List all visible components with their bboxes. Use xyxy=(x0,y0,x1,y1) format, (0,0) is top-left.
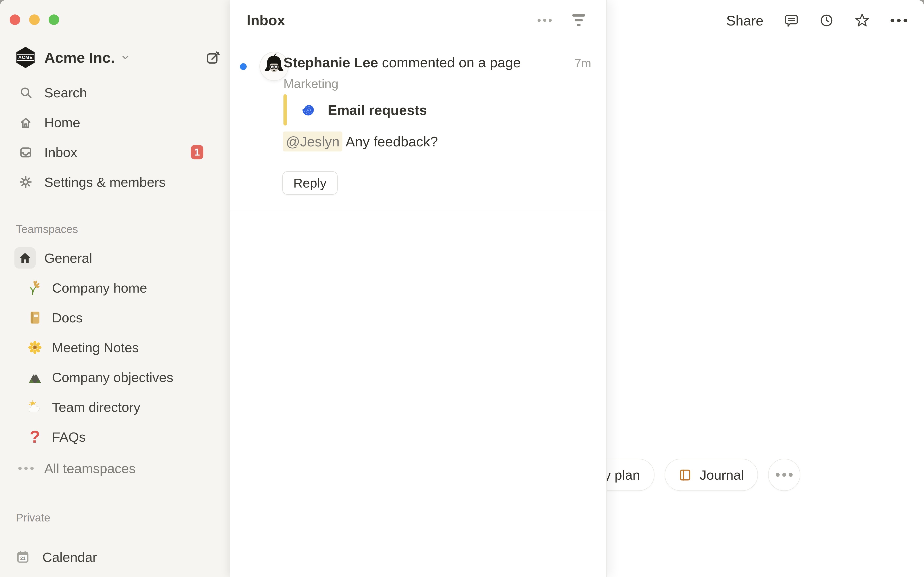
red-question-mark-icon: ? xyxy=(27,429,43,445)
inbox-unread-badge: 1 xyxy=(191,145,204,160)
sidebar-item-home[interactable]: Home xyxy=(0,108,230,137)
share-button[interactable]: Share xyxy=(726,13,764,29)
chevron-down-icon xyxy=(120,52,131,63)
close-window-button[interactable] xyxy=(10,15,20,25)
sidebar-item-label: Calendar xyxy=(42,550,97,565)
sidebar: ACME Acme Inc. Search Home xyxy=(0,0,230,577)
quoted-page[interactable]: Email requests xyxy=(283,94,427,126)
journal-pill-label: Journal xyxy=(700,467,744,483)
sidebar-item-label: Team directory xyxy=(52,399,140,415)
calendar-icon: 21 xyxy=(16,549,30,565)
teamspaces-list: General Company home Docs Meeting Notes xyxy=(0,243,230,452)
sidebar-item-label: Company objectives xyxy=(52,369,173,385)
inbox-title: Inbox xyxy=(247,12,285,29)
sidebar-item-company-home[interactable]: Company home xyxy=(0,273,230,303)
more-templates-button[interactable] xyxy=(768,459,800,491)
notification-separator xyxy=(230,211,606,211)
notification-action: commented on a page xyxy=(378,54,521,71)
sidebar-item-faqs[interactable]: ? FAQs xyxy=(0,422,230,452)
inbox-popover: Inbox Stephanie Lee commented on a page … xyxy=(230,0,607,577)
home-icon xyxy=(19,115,33,129)
sidebar-item-label: All teamspaces xyxy=(44,461,136,476)
ellipsis-icon xyxy=(18,467,34,470)
favorite-star-icon[interactable] xyxy=(855,13,870,28)
sidebar-item-label: Meeting Notes xyxy=(52,340,139,355)
workspace-switcher[interactable]: ACME Acme Inc. xyxy=(15,46,220,69)
sidebar-item-label: Home xyxy=(44,115,80,130)
search-icon xyxy=(19,85,33,100)
workspace-logo: ACME xyxy=(15,47,36,69)
sidebar-nav: Search Home Inbox 1 Settings & members xyxy=(0,77,230,197)
history-clock-icon[interactable] xyxy=(819,13,834,27)
app-window: ACME Acme Inc. Search Home xyxy=(0,0,924,577)
window-controls xyxy=(10,15,59,25)
notification-context: Marketing xyxy=(283,76,338,91)
sidebar-item-label: General xyxy=(44,250,92,266)
mountain-icon xyxy=(27,369,43,385)
sidebar-item-all-teamspaces[interactable]: All teamspaces xyxy=(0,453,230,483)
inbox-icon xyxy=(19,145,33,159)
inbox-more-icon[interactable] xyxy=(538,19,552,22)
sidebar-item-label: FAQs xyxy=(52,429,86,445)
blossom-icon xyxy=(27,340,43,355)
house-icon xyxy=(15,247,36,269)
workspace-name: Acme Inc. xyxy=(44,49,115,66)
sidebar-item-settings[interactable]: Settings & members xyxy=(0,167,230,197)
notification-time: 7m xyxy=(575,56,591,70)
sidebar-item-label: Inbox xyxy=(44,145,77,160)
quoted-page-title: Email requests xyxy=(328,102,427,118)
sidebar-item-docs[interactable]: Docs xyxy=(0,303,230,332)
quote-bar xyxy=(283,94,287,126)
sidebar-item-label: Settings & members xyxy=(44,174,166,190)
comment-text: @Jeslyn Any feedback? xyxy=(283,130,438,152)
bottom-quick-buttons: y plan Journal xyxy=(577,459,800,491)
private-section-label: Private xyxy=(16,508,50,527)
zoom-window-button[interactable] xyxy=(48,15,59,25)
sidebar-item-meeting-notes[interactable]: Meeting Notes xyxy=(0,332,230,362)
sidebar-item-company-objectives[interactable]: Company objectives xyxy=(0,362,230,392)
notebook-icon xyxy=(27,309,43,326)
cyclone-spiral-icon xyxy=(301,102,317,118)
sheaf-of-rice-icon xyxy=(27,280,43,296)
inbox-header: Inbox xyxy=(247,9,585,32)
comments-icon[interactable] xyxy=(784,13,799,27)
journal-pill-button[interactable]: Journal xyxy=(665,459,758,491)
sun-behind-cloud-icon xyxy=(27,399,43,415)
sidebar-item-general[interactable]: General xyxy=(0,243,230,273)
sidebar-item-label: Docs xyxy=(52,310,83,326)
reply-button[interactable]: Reply xyxy=(282,171,338,195)
teamspaces-section-label: Teamspaces xyxy=(16,220,78,238)
sidebar-item-inbox[interactable]: Inbox 1 xyxy=(0,137,230,167)
more-options-icon[interactable] xyxy=(890,19,907,23)
inbox-filter-icon[interactable] xyxy=(572,14,585,26)
plan-pill-label: y plan xyxy=(604,467,640,483)
notification-actor: Stephanie Lee xyxy=(283,54,378,71)
svg-text:21: 21 xyxy=(20,556,26,561)
sidebar-item-label: Search xyxy=(44,85,87,100)
comment-body: Any feedback? xyxy=(342,134,438,150)
gear-icon xyxy=(19,175,33,189)
unread-dot xyxy=(240,63,247,70)
mention-chip[interactable]: @Jeslyn xyxy=(283,132,342,152)
new-page-icon[interactable] xyxy=(205,50,220,65)
sidebar-item-calendar[interactable]: 21 Calendar xyxy=(0,542,230,572)
sidebar-item-search[interactable]: Search xyxy=(0,77,230,108)
private-list: 21 Calendar xyxy=(0,542,230,572)
ellipsis-icon xyxy=(776,473,793,477)
minimize-window-button[interactable] xyxy=(29,15,40,25)
workspace-logo-text: ACME xyxy=(16,54,34,61)
journal-book-icon xyxy=(678,468,693,482)
page-toolbar: Share xyxy=(726,9,907,32)
sidebar-item-label: Company home xyxy=(52,280,147,296)
sidebar-item-team-directory[interactable]: Team directory xyxy=(0,392,230,422)
